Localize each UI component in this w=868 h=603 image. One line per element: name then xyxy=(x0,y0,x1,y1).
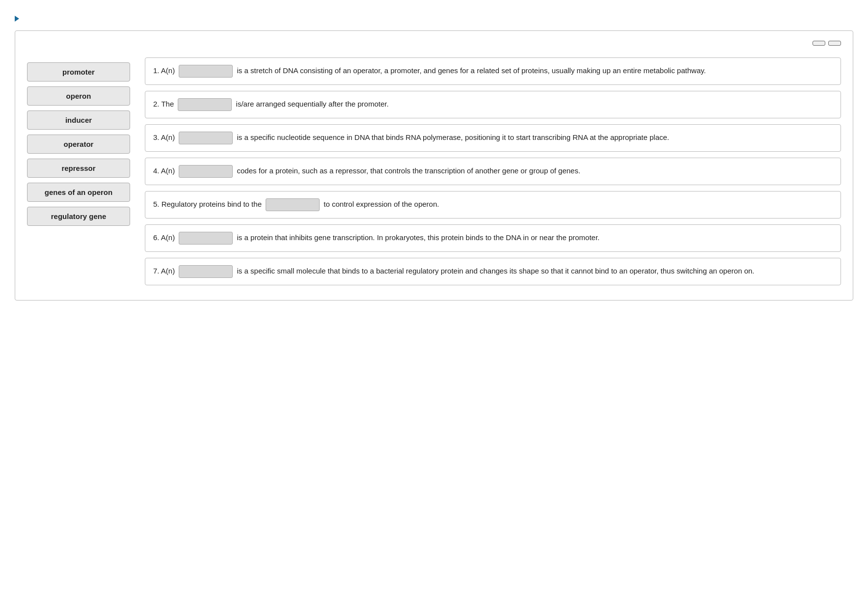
sentence-after-7: is a specific small molecule that binds … xyxy=(235,267,754,275)
term-item-operon[interactable]: operon xyxy=(27,86,130,106)
sentences-column: 1. A(n) is a stretch of DNA consisting o… xyxy=(145,57,841,285)
sentence-box-7: 7. A(n) is a specific small molecule tha… xyxy=(145,258,841,285)
sentence-before-1: 1. A(n) xyxy=(153,66,177,75)
sentence-after-4: codes for a protein, such as a repressor… xyxy=(235,166,580,175)
top-buttons xyxy=(27,41,841,46)
sentence-before-6: 6. A(n) xyxy=(153,233,177,242)
sentence-box-2: 2. The is/are arranged sequentially afte… xyxy=(145,91,841,118)
terms-column: promoteroperoninduceroperatorrepressorge… xyxy=(27,57,130,285)
sentence-before-3: 3. A(n) xyxy=(153,133,177,141)
sentence-after-1: is a stretch of DNA consisting of an ope… xyxy=(235,66,705,75)
content-area: promoteroperoninduceroperatorrepressorge… xyxy=(27,57,841,285)
drop-blank-2[interactable] xyxy=(178,98,232,111)
term-item-genes-of-an-operon[interactable]: genes of an operon xyxy=(27,183,130,202)
sentence-after-3: is a specific nucleotide sequence in DNA… xyxy=(235,133,669,141)
sentence-box-5: 5. Regulatory proteins bind to the to co… xyxy=(145,191,841,219)
sentence-box-1: 1. A(n) is a stretch of DNA consisting o… xyxy=(145,57,841,85)
drop-blank-7[interactable] xyxy=(179,265,233,278)
sentence-before-7: 7. A(n) xyxy=(153,267,177,275)
sentence-after-6: is a protein that inhibits gene transcri… xyxy=(235,233,599,242)
sentence-box-3: 3. A(n) is a specific nucleotide sequenc… xyxy=(145,124,841,152)
help-button[interactable] xyxy=(828,41,841,46)
sentence-box-6: 6. A(n) is a protein that inhibits gene … xyxy=(145,224,841,252)
sentence-after-5: to control expression of the operon. xyxy=(322,200,439,208)
term-item-operator[interactable]: operator xyxy=(27,135,130,154)
sentence-before-5: 5. Regulatory proteins bind to the xyxy=(153,200,264,208)
sentence-before-2: 2. The xyxy=(153,100,176,108)
reset-button[interactable] xyxy=(813,41,825,46)
term-item-regulatory-gene[interactable]: regulatory gene xyxy=(27,207,130,226)
term-item-inducer[interactable]: inducer xyxy=(27,110,130,130)
main-container: promoteroperoninduceroperatorrepressorge… xyxy=(15,30,853,301)
sentence-after-2: is/are arranged sequentially after the p… xyxy=(234,100,388,108)
drop-blank-5[interactable] xyxy=(266,198,320,211)
drop-blank-3[interactable] xyxy=(179,132,233,144)
term-item-promoter[interactable]: promoter xyxy=(27,62,130,82)
triangle-icon xyxy=(15,16,19,22)
sentence-before-4: 4. A(n) xyxy=(153,166,177,175)
drop-blank-6[interactable] xyxy=(179,232,233,245)
drop-blank-1[interactable] xyxy=(179,65,233,78)
hint-link[interactable] xyxy=(15,16,853,22)
drop-blank-4[interactable] xyxy=(179,165,233,178)
term-item-repressor[interactable]: repressor xyxy=(27,159,130,178)
sentence-box-4: 4. A(n) codes for a protein, such as a r… xyxy=(145,158,841,185)
